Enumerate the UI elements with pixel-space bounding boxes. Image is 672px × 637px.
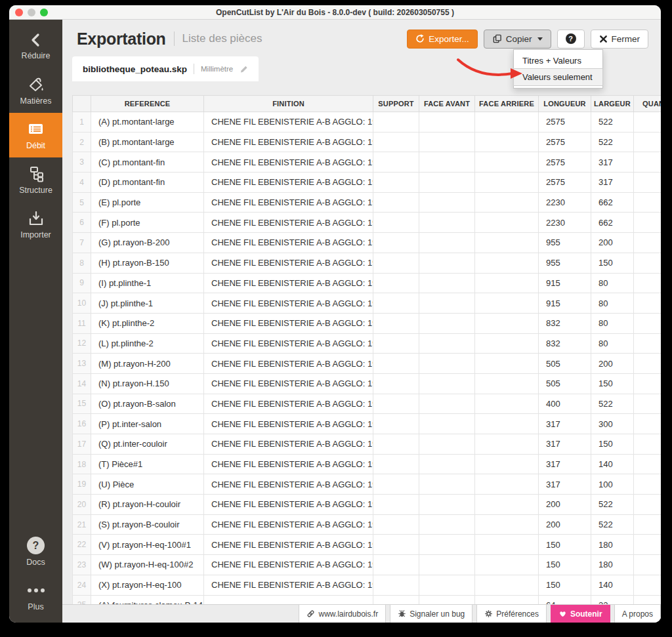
row-number: 13 [73, 354, 91, 374]
cell-reference: (W) pt.rayon-H-eq-100#2 [91, 555, 204, 575]
cell-largeur: 150 [591, 434, 634, 455]
tab-separator [194, 64, 194, 74]
cell-face-avant [419, 514, 475, 535]
cell-quantite [634, 233, 662, 253]
sidebar-item-docs[interactable]: ? Docs [9, 529, 62, 574]
cell-face-avant [419, 434, 475, 455]
cell-quantite [634, 333, 662, 354]
cell-quantite [634, 434, 662, 455]
cell-finition: CHENE FIL EBENISTERIE A-B AGGLO: 19 mm [204, 192, 373, 213]
close-window-button[interactable] [15, 9, 23, 16]
pencil-icon[interactable] [240, 65, 248, 73]
cell-quantite [634, 373, 662, 394]
export-button[interactable]: Exporter... [407, 30, 478, 49]
row-number: 20 [73, 495, 91, 515]
sidebar-item-debit[interactable]: Débit [9, 113, 62, 157]
cell-face-arriere [475, 333, 539, 354]
support-button[interactable]: Soutenir [551, 605, 610, 623]
table-row: 20 (R) pt.rayon-H-couloir CHENE FIL EBEN… [73, 495, 662, 515]
cell-largeur: 522 [591, 132, 634, 152]
cell-face-arriere [475, 233, 539, 253]
cell-longueur: 150 [539, 535, 591, 555]
cell-reference: (A) pt.montant-large [91, 112, 204, 133]
file-tab[interactable]: bibliotheque_poteau.skp Millimètre [72, 56, 259, 81]
about-button[interactable]: A propos [614, 605, 661, 623]
row-number: 8 [73, 253, 91, 273]
sidebar-item-importer[interactable]: Importer [9, 202, 62, 247]
menu-item-titres-valeurs[interactable]: Titres + Valeurs [514, 52, 602, 69]
table-row: 23 (W) pt.rayon-H-eq-100#2 CHENE FIL EBE… [73, 555, 662, 575]
cell-finition: CHENE FIL EBENISTERIE A-B AGGLO: 19 mm [204, 495, 373, 515]
cell-support [373, 555, 419, 575]
cell-finition: CHENE FIL EBENISTERIE A-B AGGLO: 19 mm [204, 454, 373, 474]
cell-face-avant [419, 112, 475, 133]
report-bug-button[interactable]: Signaler un bug [390, 605, 472, 623]
cell-finition: CHENE FIL EBENISTERIE A-B AGGLO: 19 mm [204, 414, 373, 434]
cell-face-avant [419, 333, 475, 354]
sidebar-item-plus[interactable]: Plus [9, 574, 62, 619]
cell-reference: (X) pt.rayon-H-eq-100 [91, 575, 204, 595]
column-header: LONGUEUR [539, 96, 591, 112]
row-number: 22 [73, 535, 91, 555]
cell-face-arriere [475, 474, 539, 495]
cell-support [373, 434, 419, 455]
table-row: 11 (K) pt.plinthe-2 CHENE FIL EBENISTERI… [73, 313, 662, 333]
sidebar-item-reduire[interactable]: Réduire [9, 24, 62, 68]
preferences-button[interactable]: Préférences [476, 605, 547, 623]
help-button[interactable]: ? [557, 30, 585, 49]
row-number: 5 [73, 192, 91, 213]
cell-quantite [634, 495, 662, 515]
table-row: 6 (F) pl.porte CHENE FIL EBENISTERIE A-B… [73, 213, 662, 233]
cell-face-arriere [475, 514, 539, 535]
column-header: FACE ARRIERE [475, 96, 539, 112]
link-icon [306, 609, 315, 618]
table-row: 24 (X) pt.rayon-H-eq-100 CHENE FIL EBENI… [73, 575, 662, 595]
cell-support [373, 152, 419, 173]
cell-largeur: 522 [591, 514, 634, 535]
sidebar-item-structure[interactable]: Structure [9, 157, 62, 202]
cell-face-avant [419, 495, 475, 515]
import-icon [28, 210, 45, 227]
cell-largeur: 300 [591, 414, 634, 434]
minimize-window-button[interactable] [28, 9, 35, 16]
menu-item-valeurs-seulement[interactable]: Valeurs seulement [514, 69, 602, 85]
cell-face-arriere [475, 535, 539, 555]
copy-dropdown-menu: Titres + Valeurs Valeurs seulement [513, 49, 603, 89]
cell-quantite [634, 454, 662, 474]
sidebar-item-label: Débit [26, 141, 45, 150]
row-number: 9 [73, 273, 91, 293]
cell-longueur: 317 [539, 414, 591, 434]
cell-reference: (S) pt.rayon-B-couloir [91, 514, 204, 535]
copy-icon [492, 34, 502, 44]
cell-reference: (N) pt.rayon-H.150 [91, 373, 204, 394]
lairdubois-link-button[interactable]: www.lairdubois.fr [299, 605, 386, 623]
cell-largeur: 522 [591, 495, 634, 515]
cell-largeur: 522 [591, 112, 634, 133]
cell-longueur: 2575 [539, 173, 591, 193]
close-icon [599, 35, 608, 43]
row-number: 24 [73, 575, 91, 595]
table-row: 13 (M) pt.rayon-H-200 CHENE FIL EBENISTE… [73, 354, 662, 374]
table-row: 17 (Q) pt.inter-couloir CHENE FIL EBENIS… [73, 434, 662, 455]
cell-finition: CHENE FIL EBENISTERIE A-B AGGLO: 19 mm [204, 253, 373, 273]
cell-support [373, 132, 419, 152]
cell-largeur: 200 [591, 233, 634, 253]
cell-finition: CHENE FIL EBENISTERIE A-B AGGLO: 19 mm [204, 313, 373, 333]
sidebar-item-matieres[interactable]: Matières [9, 68, 62, 113]
cell-reference: (D) pt.montant-fin [91, 173, 204, 193]
gear-icon [484, 609, 493, 618]
cell-largeur: 317 [591, 152, 634, 173]
row-number: 4 [73, 173, 91, 193]
copy-button[interactable]: Copier [484, 30, 551, 49]
cell-face-arriere [475, 273, 539, 293]
cell-quantite [634, 575, 662, 595]
cell-finition: CHENE FIL EBENISTERIE A-B AGGLO: 19 mm [204, 434, 373, 455]
sidebar-item-label: Plus [28, 602, 43, 611]
cell-largeur: 317 [591, 173, 634, 193]
cell-face-arriere [475, 414, 539, 434]
zoom-window-button[interactable] [40, 9, 48, 16]
cell-face-avant [419, 213, 475, 233]
close-button[interactable]: Fermer [591, 30, 649, 49]
table-row: 1 (A) pt.montant-large CHENE FIL EBENIST… [73, 112, 662, 133]
row-number: 10 [73, 293, 91, 314]
